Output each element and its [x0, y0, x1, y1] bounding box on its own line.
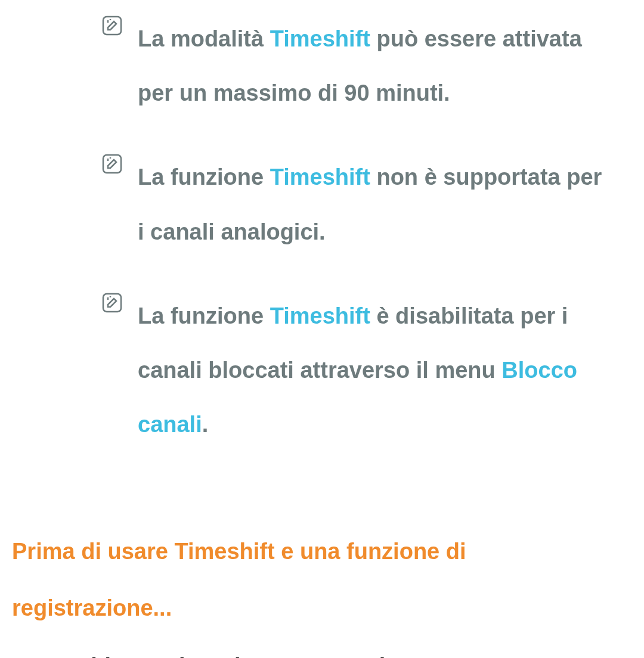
highlight-term: Timeshift	[270, 164, 370, 190]
note-text-segment: La funzione	[138, 303, 270, 328]
note-text: La modalità Timeshift può essere attivat…	[138, 12, 614, 120]
note-text: La funzione Timeshift non è supportata p…	[138, 150, 614, 259]
svg-rect-6	[103, 294, 121, 312]
note-text-segment: La funzione	[138, 164, 270, 190]
note-item: La funzione Timeshift è disabilitata per…	[101, 289, 614, 452]
section-heading: Prima di usare Timeshift e una funzione …	[12, 523, 632, 637]
svg-rect-3	[103, 155, 121, 173]
pencil-note-icon	[101, 292, 123, 314]
note-text-segment: .	[202, 412, 209, 437]
note-text-segment: La modalità	[138, 26, 270, 51]
pencil-note-icon	[101, 15, 123, 36]
note-text: La funzione Timeshift è disabilitata per…	[138, 289, 614, 452]
note-item: La funzione Timeshift non è supportata p…	[101, 150, 614, 259]
note-list: La modalità Timeshift può essere attivat…	[101, 12, 614, 452]
note-item: La modalità Timeshift può essere attivat…	[101, 12, 614, 120]
svg-rect-0	[103, 17, 121, 35]
pencil-note-icon	[101, 153, 123, 175]
highlight-term: Timeshift	[270, 26, 370, 51]
highlight-term: Timeshift	[270, 303, 370, 328]
body-text: I video registrati sono protetti con	[66, 648, 632, 658]
